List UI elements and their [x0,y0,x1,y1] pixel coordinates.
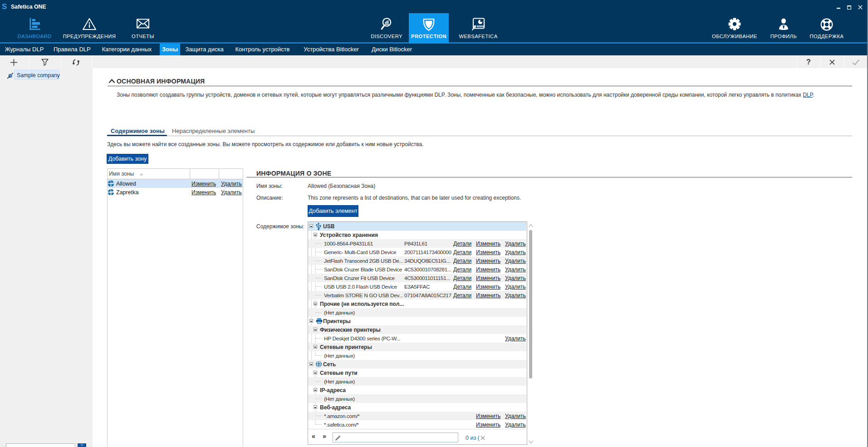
svg-text:www: www [476,24,485,28]
